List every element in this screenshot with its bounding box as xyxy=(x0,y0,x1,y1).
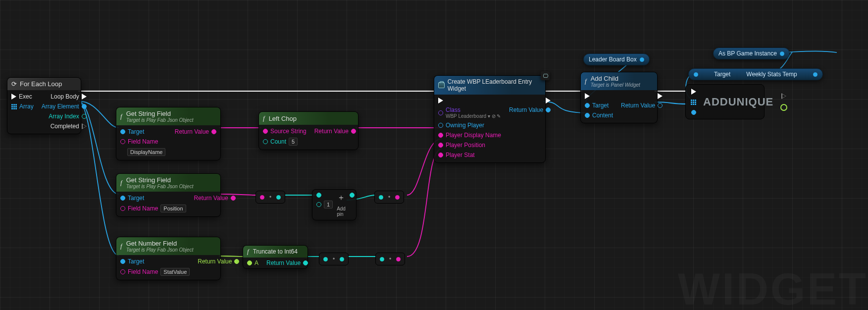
pin-label: Exec xyxy=(19,93,32,100)
exec-in-pin[interactable] xyxy=(585,93,613,99)
in-pin[interactable] xyxy=(379,195,383,200)
node-title: Truncate to Int64 xyxy=(253,248,298,255)
node-left-chop[interactable]: f Left Chop Source String Count5 Return … xyxy=(258,111,358,150)
return-value-pin[interactable]: Return Value xyxy=(314,128,356,135)
node-get-weekly-stats-temp[interactable]: Target Weekly Stats Temp xyxy=(688,68,823,80)
pin-label: Return Value xyxy=(175,128,209,135)
b-pin[interactable]: 1 xyxy=(316,201,333,208)
add-pin-label[interactable]: Add pin xyxy=(337,206,346,217)
node-add-child[interactable]: f Add Child Target is Panel Widget Targe… xyxy=(580,72,658,123)
class-pin[interactable]: Class WBP Leaderboard ▾ ⊘ ✎ xyxy=(438,106,501,119)
a-pin[interactable] xyxy=(316,193,333,198)
node-header[interactable]: f Truncate to Int64 xyxy=(243,246,307,258)
exec-in-pin[interactable] xyxy=(691,89,696,95)
node-header[interactable]: f Get Number Field Target is Play Fab Js… xyxy=(116,237,220,255)
field-name-pin[interactable]: Field NamePosition xyxy=(120,205,186,212)
owning-player-pin[interactable]: Owning Player xyxy=(438,122,501,129)
node-add-unique[interactable]: ADDUNIQUE xyxy=(685,84,765,119)
pin-label: Target xyxy=(592,102,609,109)
out-pin[interactable] xyxy=(276,195,281,200)
node-convert-3[interactable]: • xyxy=(319,253,349,265)
count-pin[interactable]: Count5 xyxy=(263,138,306,146)
loop-icon: ⟳ xyxy=(11,80,17,88)
player-display-name-pin[interactable]: Player Display Name xyxy=(438,132,501,139)
node-header[interactable]: Create WBP LEaderboard Entry Widget xyxy=(434,76,545,95)
array-in-pin[interactable] xyxy=(691,100,696,105)
center-icon: • xyxy=(389,256,391,262)
count-input[interactable]: 5 xyxy=(289,138,298,146)
blueprint-badge-icon[interactable]: 🖵 xyxy=(541,71,550,80)
out-pin[interactable] xyxy=(350,193,355,198)
player-position-pin[interactable]: Player Position xyxy=(438,142,501,149)
pill-out-pin[interactable] xyxy=(640,57,644,62)
field-name-pin[interactable]: Field NameStatValue xyxy=(120,268,190,276)
in-pin[interactable] xyxy=(323,257,328,261)
out-pin[interactable] xyxy=(395,195,400,200)
node-header[interactable]: f Add Child Target is Panel Widget xyxy=(581,72,657,90)
node-for-each-loop[interactable]: ⟳ For Each Loop Exec Array Loop Body Arr… xyxy=(7,77,81,134)
source-string-pin[interactable]: Source String xyxy=(263,128,306,135)
out-pin[interactable] xyxy=(813,72,817,77)
pin-label: Target xyxy=(128,195,144,202)
target-pin[interactable]: Target xyxy=(120,258,190,265)
node-get-string-field-2[interactable]: f Get String Field Target is Play Fab Js… xyxy=(116,173,221,217)
out-pin[interactable] xyxy=(340,257,344,261)
pin-label: Target xyxy=(128,258,144,265)
field-name-pin[interactable]: Field Name xyxy=(120,138,165,145)
node-header[interactable]: ⟳ For Each Loop xyxy=(7,78,81,90)
node-title: For Each Loop xyxy=(20,80,62,88)
out-pin[interactable] xyxy=(396,257,401,261)
node-get-string-field-1[interactable]: f Get String Field Target is Play Fab Js… xyxy=(116,107,221,160)
return-value-pin[interactable]: Return Value xyxy=(509,106,551,113)
item-in-pin[interactable] xyxy=(691,110,696,115)
array-in-pin[interactable]: Array xyxy=(11,103,34,110)
node-header[interactable]: f Get String Field Target is Play Fab Js… xyxy=(116,174,220,192)
exec-in-pin[interactable]: Exec xyxy=(11,93,34,100)
field-name-input[interactable]: DisplayName xyxy=(127,148,165,156)
node-subtitle: Target is Play Fab Json Object xyxy=(126,117,194,123)
pin-label: A xyxy=(255,259,258,266)
node-convert-1[interactable]: • xyxy=(255,191,285,204)
completed-pin[interactable]: Completed xyxy=(51,123,87,130)
return-value-pin[interactable]: Return Value xyxy=(198,258,239,265)
target-pin[interactable]: Target xyxy=(120,128,165,135)
array-index-pin[interactable]: Array Index xyxy=(49,113,86,120)
pin-label: Return Value xyxy=(266,259,301,266)
target-pin[interactable]: Target xyxy=(120,195,186,202)
loop-body-pin[interactable]: Loop Body xyxy=(51,93,86,100)
in-pin[interactable] xyxy=(260,195,264,200)
return-value-pin[interactable]: Return Value xyxy=(194,195,236,202)
node-header[interactable]: f Left Chop xyxy=(259,112,358,125)
array-element-pin[interactable]: Array Element xyxy=(42,103,87,110)
node-subtitle: Target is Play Fab Json Object xyxy=(126,184,194,189)
class-value[interactable]: WBP Leaderboard xyxy=(446,113,486,119)
target-in-pin[interactable] xyxy=(694,72,698,77)
target-pin[interactable]: Target xyxy=(585,102,613,109)
index-out-pin[interactable] xyxy=(780,104,787,111)
variable-as-bp-game-instance[interactable]: As BP Game Instance xyxy=(713,48,790,59)
node-convert-4[interactable]: • xyxy=(375,253,405,265)
variable-leader-board-box[interactable]: Leader Board Box xyxy=(583,53,650,65)
node-create-widget[interactable]: Create WBP LEaderboard Entry Widget Clas… xyxy=(434,75,546,163)
node-append[interactable]: 1 ＋ Add pin xyxy=(312,189,357,220)
in-pin[interactable] xyxy=(380,257,384,261)
node-header[interactable]: f Get String Field Target is Play Fab Js… xyxy=(116,107,220,125)
exec-out-pin[interactable] xyxy=(781,93,786,99)
node-convert-2[interactable]: • xyxy=(374,191,404,204)
node-get-number-field[interactable]: f Get Number Field Target is Play Fab Js… xyxy=(116,237,221,280)
return-value-pin[interactable]: Return Value xyxy=(621,102,663,109)
return-value-pin[interactable]: Return Value xyxy=(266,259,308,266)
node-truncate[interactable]: f Truncate to Int64 A Return Value xyxy=(243,245,308,269)
pill-out-pin[interactable] xyxy=(780,52,784,56)
return-value-pin[interactable]: Return Value xyxy=(175,128,216,135)
b-input[interactable]: 1 xyxy=(324,201,333,208)
pin-label: Return Value xyxy=(621,102,655,109)
player-stat-pin[interactable]: Player Stat xyxy=(438,152,501,158)
exec-in-pin[interactable] xyxy=(438,98,501,103)
exec-out-pin[interactable] xyxy=(658,93,663,99)
content-pin[interactable]: Content xyxy=(585,112,613,119)
a-pin[interactable]: A xyxy=(247,259,258,266)
field-name-input[interactable]: StatValue xyxy=(160,268,190,276)
exec-out-pin[interactable] xyxy=(546,98,551,103)
field-name-input[interactable]: Position xyxy=(160,205,186,212)
